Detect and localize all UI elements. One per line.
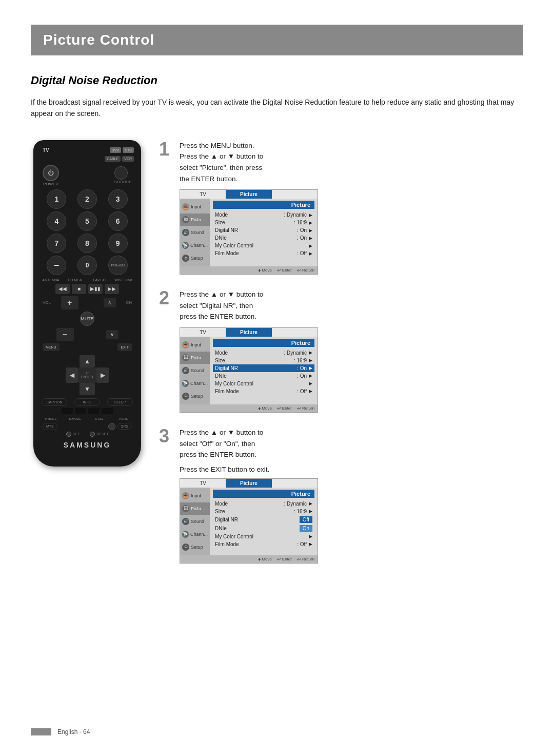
btn-0[interactable]: 0 [77, 256, 97, 275]
btn-7[interactable]: 7 [47, 234, 66, 253]
tv-tab-1: TV [180, 190, 226, 199]
reset-label: RESET [96, 432, 108, 436]
btn-9[interactable]: 9 [108, 234, 128, 253]
color-btn-black[interactable] [62, 408, 73, 414]
option-on: On [300, 525, 312, 532]
tv-menu-2-sidebar: 📥 Input 🖼 Pictu... 🔊 Sound [180, 337, 210, 404]
btn-5[interactable]: 5 [77, 211, 97, 231]
sleep-button[interactable]: SLEEP [107, 398, 133, 406]
reset-group: RESET [90, 432, 108, 437]
dpad-right-button[interactable]: ▶ [96, 367, 109, 383]
ch-up-button[interactable]: ∧ [104, 298, 116, 307]
transport-row: ◀◀ ■ ▶▮▮ ▶▶ [41, 284, 134, 294]
btn-3[interactable]: 3 [108, 189, 128, 209]
tv-menu-2-body: 📥 Input 🖼 Pictu... 🔊 Sound [180, 337, 318, 404]
srs-button[interactable]: SRS [117, 423, 132, 430]
vol-up-button[interactable]: + [61, 296, 78, 309]
s-mode-button[interactable]: S.MODE [66, 416, 84, 421]
color-btn-black2[interactable] [75, 408, 86, 414]
section-title: Digital Noise Reduction [31, 74, 523, 87]
dpad-up-row: ▲ [80, 355, 95, 367]
step-2-content: Press the ▲ or ▼ button to select "Digit… [180, 289, 523, 413]
exit-button[interactable]: EXIT [117, 343, 132, 351]
btn-6[interactable]: 6 [108, 211, 128, 231]
still-button[interactable]: STILL [90, 416, 109, 421]
sidebar-input-1: 📥 Input [180, 201, 210, 213]
vol-ch-down-row: − ∨ [43, 328, 132, 341]
sidebar-setup-3: ⚙ Setup [180, 541, 210, 553]
cable-button[interactable]: CABLE [105, 156, 121, 162]
footer-enter-3: ↵ Enter [277, 556, 292, 562]
sound-icon-1: 🔊 [182, 229, 189, 236]
ff-button[interactable]: ▶▶ [105, 284, 119, 294]
sidebar-channel-1: 📡 Chann... [180, 239, 210, 251]
step-3: 3 Press the ▲ or ▼ button to select "Off… [159, 427, 523, 564]
btn-4[interactable]: 4 [47, 211, 66, 231]
remote-top: TV DVD STB [41, 147, 134, 153]
tv-menu-1-sidebar: 📥 Input 🖼 Pictu... 🔊 Sound [180, 199, 210, 266]
menu-item-film-2: Film Mode : Off ▶ [213, 387, 314, 395]
btn-prech[interactable]: PRE-CH [108, 256, 128, 275]
btn-8[interactable]: 8 [77, 234, 97, 253]
menu-item-size-2: Size : 16:9 ▶ [213, 357, 314, 364]
footer-return-2: ↩ Return [297, 405, 314, 411]
btn-1[interactable]: 1 [47, 189, 66, 209]
mute-button[interactable]: MUTE [80, 312, 94, 326]
tv-tab-picture-1: Picture [226, 190, 271, 199]
dpad-down-row: ▼ [80, 383, 95, 395]
btn-dash[interactable]: – [47, 256, 66, 275]
vol-down-button[interactable]: − [56, 328, 74, 341]
menu-item-mode-1: Mode : Dynamic ▶ [213, 211, 314, 219]
mute-row: MUTE [43, 312, 132, 326]
tv-menu-3-title: Picture [213, 490, 314, 498]
tv-menu-2-header: TV Picture [180, 328, 318, 337]
tv-menu-2-title: Picture [213, 339, 314, 347]
ch-down-button[interactable]: ∨ [106, 330, 118, 339]
tv-tab-picture-2: Picture [226, 328, 271, 337]
dpad-up-button[interactable]: ▲ [80, 355, 95, 367]
caption-button[interactable]: CAPTION [42, 398, 67, 406]
dpad-center: ↩ ENTER [78, 367, 96, 383]
dpad-left-button[interactable]: ◀ [66, 367, 78, 383]
info-button[interactable]: INFO [74, 398, 100, 406]
footer-move-1: ♦ Move [258, 267, 272, 273]
color-btn-black3[interactable] [88, 408, 100, 414]
vcr-button[interactable]: VCR [122, 156, 134, 162]
tv-menu-2: TV Picture 📥 Input 🖼 Pictu... [180, 327, 318, 413]
power-button[interactable]: ⏻ [43, 165, 59, 181]
dpad-down-button[interactable]: ▼ [80, 383, 95, 395]
remote-container: TV DVD STB CABLE VCR ⏻ POWER [31, 140, 144, 564]
menu-item-dnie-1: DNIe : On ▶ [213, 234, 314, 242]
ch-mgr-button[interactable]: CH MGR [66, 278, 84, 282]
page-header: Picture Control [31, 25, 523, 55]
wise-link-button[interactable]: WISE LINK [114, 278, 133, 282]
tv-menu-3-main: Picture Mode : Dynamic ▶ Size : 16:9 ▶ D… [210, 488, 318, 555]
set-reset-row: SET RESET [41, 432, 134, 437]
stb-button[interactable]: STB [123, 147, 134, 153]
mode-buttons-row: P.MODE S.MODE STILL P.SIZE [42, 416, 133, 421]
antenna-button[interactable]: ANTENNA [42, 278, 60, 282]
menu-item-mode-2: Mode : Dynamic ▶ [213, 349, 314, 357]
input-icon-1: 📥 [182, 203, 189, 210]
step-3-text: Press the ▲ or ▼ button to select "Off" … [180, 427, 523, 460]
step-2-text: Press the ▲ or ▼ button to select "Digit… [180, 289, 523, 322]
cable-vcr-buttons: CABLE VCR [105, 156, 134, 162]
dvd-button[interactable]: DVD [110, 147, 122, 153]
tv-menu-3-header: TV Picture [180, 479, 318, 488]
color-btn-black4[interactable] [102, 408, 113, 414]
play-pause-button[interactable]: ▶▮▮ [88, 284, 103, 294]
picture-icon-2: 🖼 [182, 354, 189, 361]
p-size-button[interactable]: P.SIZE [114, 416, 133, 421]
btn-2[interactable]: 2 [77, 189, 97, 209]
menu-button[interactable]: MENU [43, 343, 60, 351]
footer-enter-1: ↵ Enter [277, 267, 292, 273]
fav-ch-button[interactable]: FAV.CH [90, 278, 109, 282]
source-button[interactable] [114, 166, 128, 180]
mts-button[interactable]: MTS [43, 423, 57, 430]
p-mode-button[interactable]: P.MODE [42, 416, 60, 421]
sidebar-setup-2: ⚙ Setup [180, 390, 210, 402]
tv-tab-3: TV [180, 479, 226, 488]
step-3-extra: Press the EXIT button to exit. [180, 466, 523, 473]
stop-button[interactable]: ■ [72, 284, 86, 294]
rew-button[interactable]: ◀◀ [55, 284, 70, 294]
